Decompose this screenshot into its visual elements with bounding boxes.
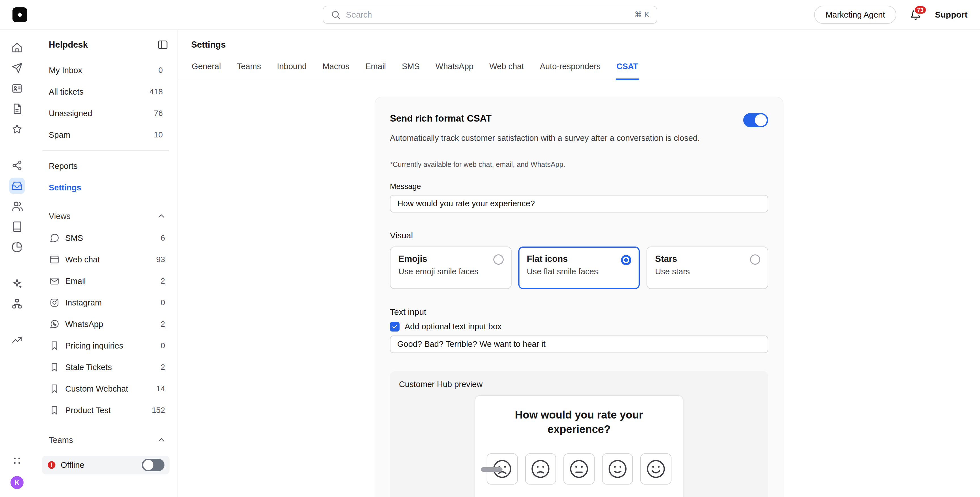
tab-whatsapp[interactable]: WhatsApp (435, 59, 474, 80)
sidebar-item-all-tickets[interactable]: All tickets 418 (40, 81, 171, 103)
item-count: 0 (158, 66, 163, 75)
availability-status-row: Offline (42, 456, 170, 474)
app-logo[interactable] (13, 7, 27, 22)
tab-web-chat[interactable]: Web chat (489, 59, 525, 80)
apps-grid-icon (12, 455, 22, 466)
browser-window-icon (49, 254, 60, 265)
automation-button[interactable] (9, 275, 25, 291)
user-avatar[interactable]: K (11, 476, 24, 489)
global-search[interactable]: ⌘ K (323, 6, 657, 24)
view-item-sms[interactable]: SMS 6 (40, 227, 171, 249)
notes-button[interactable] (9, 101, 25, 117)
option-flat-icons[interactable]: Flat icons Use flat smile faces (519, 246, 640, 289)
send-icon (11, 62, 23, 74)
tab-general[interactable]: General (191, 59, 221, 80)
favorites-button[interactable] (9, 121, 25, 137)
view-item-product-test[interactable]: Product Test 152 (40, 400, 171, 421)
view-item-whatsapp[interactable]: WhatsApp 2 (40, 313, 171, 335)
helpdesk-inbox-button[interactable] (9, 178, 25, 194)
item-count: 14 (156, 384, 165, 393)
option-title: Emojis (398, 254, 503, 264)
bookmark-icon (49, 405, 60, 415)
notifications-button[interactable]: 73 (910, 9, 921, 21)
option-emojis[interactable]: Emojis Use emoji smile faces (390, 246, 512, 289)
tab-inbound[interactable]: Inbound (277, 59, 307, 80)
support-link[interactable]: Support (935, 10, 967, 19)
customers-button[interactable] (9, 198, 25, 214)
emojis-radio[interactable] (493, 254, 504, 265)
tab-teams[interactable]: Teams (236, 59, 261, 80)
pie-chart-icon (11, 241, 23, 253)
teams-section-header[interactable]: Teams (40, 429, 171, 451)
view-item-instagram[interactable]: Instagram 0 (40, 292, 171, 313)
tab-sms[interactable]: SMS (401, 59, 420, 80)
status-toggle[interactable] (142, 459, 164, 471)
csat-toggle[interactable] (743, 113, 768, 127)
rating-option-happy[interactable] (602, 453, 633, 484)
helpdesk-sidebar: Helpdesk My Inbox 0 All tickets 418 Unas… (34, 30, 178, 497)
view-label: Custom Webchat (65, 384, 128, 394)
apps-button[interactable] (9, 453, 25, 468)
tab-csat[interactable]: CSAT (616, 59, 639, 80)
view-item-email[interactable]: Email 2 (40, 270, 171, 292)
face-neutral-icon (568, 458, 590, 480)
csat-availability-note: *Currently available for web chat, email… (390, 160, 768, 168)
tab-auto-responders[interactable]: Auto-responders (539, 59, 601, 80)
view-label: WhatsApp (65, 320, 103, 329)
home-button[interactable] (9, 40, 25, 56)
csat-settings-card: Send rich format CSAT Automatically trac… (375, 97, 783, 497)
settings-page: Settings General Teams Inbound Macros Em… (178, 30, 980, 497)
share-button[interactable] (9, 157, 25, 173)
sidebar-item-spam[interactable]: Spam 10 (40, 124, 171, 146)
icon-rail: K (0, 30, 34, 497)
preview-scrollbar-thumb[interactable] (481, 467, 503, 472)
item-count: 2 (161, 276, 165, 286)
sidebar-item-label: My Inbox (49, 66, 82, 75)
sidebar-item-my-inbox[interactable]: My Inbox 0 (40, 59, 171, 81)
search-icon (331, 10, 341, 20)
rating-option-neutral[interactable] (563, 453, 595, 484)
visual-label: Visual (390, 231, 768, 240)
growth-button[interactable] (9, 332, 25, 348)
survey-preview-card: How would you rate your experience? (475, 395, 683, 497)
page-title: Settings (178, 30, 980, 50)
tab-email[interactable]: Email (365, 59, 387, 80)
rating-option-sad[interactable] (525, 453, 556, 484)
tab-macros[interactable]: Macros (322, 59, 350, 80)
inbox-icon (11, 180, 23, 192)
message-input[interactable] (390, 195, 768, 213)
views-section-header[interactable]: Views (40, 205, 171, 227)
item-count: 6 (161, 233, 165, 243)
sidebar-item-reports[interactable]: Reports (40, 155, 171, 177)
sidebar-item-unassigned[interactable]: Unassigned 76 (40, 103, 171, 124)
workspace-switcher-button[interactable]: Marketing Agent (814, 6, 896, 24)
checkbox-label: Add optional text input box (405, 322, 502, 331)
instagram-icon (49, 297, 60, 308)
view-item-stale-tickets[interactable]: Stale Tickets 2 (40, 356, 171, 378)
reports-button[interactable] (9, 239, 25, 255)
view-item-web-chat[interactable]: Web chat 93 (40, 249, 171, 270)
outbound-button[interactable] (9, 60, 25, 76)
collapse-sidebar-icon[interactable] (157, 39, 169, 51)
view-item-pricing-inquiries[interactable]: Pricing inquiries 0 (40, 335, 171, 356)
notification-badge: 73 (914, 5, 927, 15)
sidebar-item-settings[interactable]: Settings (40, 177, 171, 198)
whatsapp-icon (49, 319, 60, 329)
search-shortcut: ⌘ K (634, 10, 649, 19)
stars-radio[interactable] (750, 254, 760, 265)
visual-options: Emojis Use emoji smile faces Flat icons … (390, 246, 768, 289)
optional-text-checkbox[interactable] (390, 322, 399, 332)
sidebar-item-label: All tickets (49, 87, 83, 97)
rating-option-very-happy[interactable] (640, 453, 671, 484)
option-description: Use stars (655, 267, 760, 276)
option-stars[interactable]: Stars Use stars (646, 246, 768, 289)
view-item-custom-webchat[interactable]: Custom Webchat 14 (40, 378, 171, 400)
optional-text-input[interactable] (390, 335, 768, 353)
knowledge-base-button[interactable] (9, 219, 25, 235)
search-input[interactable] (346, 10, 629, 19)
option-title: Flat icons (527, 254, 632, 264)
sidebar-divider (43, 150, 169, 151)
workflows-button[interactable] (9, 296, 25, 312)
view-label: Web chat (65, 255, 100, 264)
contacts-button[interactable] (9, 81, 25, 96)
